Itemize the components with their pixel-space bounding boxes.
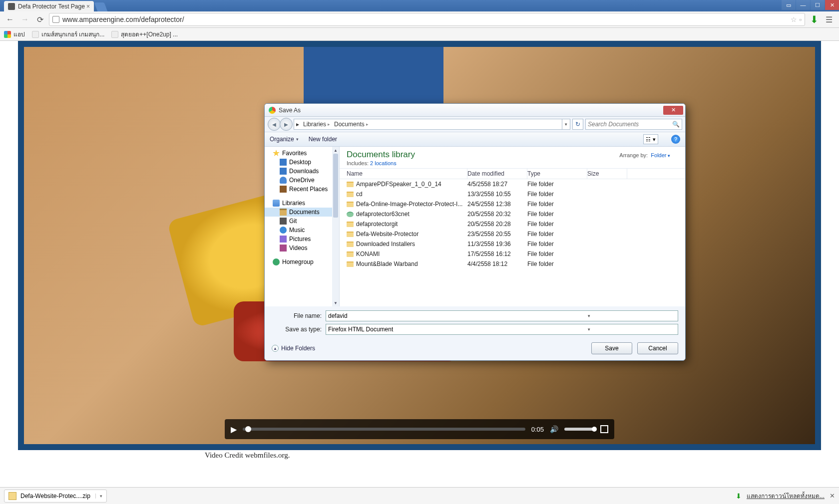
breadcrumb-root[interactable]: ▸ [294, 121, 301, 128]
file-row[interactable]: Defa-Website-Protector23/5/2558 20:55Fil… [340, 229, 685, 239]
tree-music[interactable]: Music [265, 226, 339, 235]
search-input[interactable] [588, 121, 672, 128]
fullscreen-button[interactable] [600, 425, 608, 433]
bookmark-star-icon[interactable]: ☆ [791, 15, 797, 23]
file-list[interactable]: AmparePDFSpeaker_1_0_0_144/5/2558 18:27F… [340, 179, 685, 306]
chevron-down-icon[interactable]: ▾ [502, 313, 676, 318]
address-bar[interactable]: www.ampareengine.com/defaprotector/ ☆ ▫ [49, 13, 805, 26]
tree-downloads[interactable]: Downloads [265, 167, 339, 176]
scrollbar[interactable]: ▲ ▼ [332, 147, 339, 306]
file-row[interactable]: AmparePDFSpeaker_1_0_0_144/5/2558 18:27F… [340, 179, 685, 189]
tree-documents[interactable]: Documents [265, 208, 339, 217]
git-icon [280, 218, 287, 225]
file-date: 23/5/2558 20:55 [467, 231, 527, 238]
window-maximize-button[interactable]: ☐ [811, 0, 825, 10]
folder-icon [347, 202, 354, 207]
download-indicator-icon[interactable]: ⬇ [808, 13, 820, 25]
volume-thumb[interactable] [592, 427, 597, 432]
tab-close-icon[interactable]: × [86, 3, 90, 10]
file-row[interactable]: defaprotector63cnet20/5/2558 20:32File f… [340, 209, 685, 219]
nav-back-button[interactable]: ◄ [268, 118, 281, 131]
bookmark-item[interactable]: สุดยอด++[One2up] ... [111, 29, 178, 39]
recent-icon [280, 186, 287, 193]
dialog-titlebar[interactable]: Save As ✕ [265, 104, 685, 117]
seek-thumb[interactable] [245, 426, 251, 432]
tree-libraries[interactable]: Libraries [265, 199, 339, 208]
file-row[interactable]: Mount&Blade Warband4/4/2558 18:12File fo… [340, 259, 685, 269]
tree-recent[interactable]: Recent Places [265, 185, 339, 194]
volume-icon[interactable]: 🔊 [550, 425, 558, 433]
seek-bar[interactable] [243, 428, 525, 431]
tree-favorites[interactable]: Favorites [265, 149, 339, 158]
chevron-down-icon[interactable]: ▾ [502, 327, 676, 332]
breadcrumb-item[interactable]: Libraries▸ [301, 121, 332, 128]
show-all-downloads-link[interactable]: แสดงการดาวน์โหลดทั้งหมด... [747, 491, 825, 501]
breadcrumb[interactable]: ▸ Libraries▸ Documents▸ ▾ [294, 119, 570, 130]
tree-pictures[interactable]: Pictures [265, 235, 339, 244]
folder-icon [347, 192, 354, 197]
nav-forward-button[interactable]: ► [280, 118, 293, 131]
save-button[interactable]: Save [591, 342, 632, 354]
tree-onedrive[interactable]: OneDrive [265, 176, 339, 185]
new-folder-button[interactable]: New folder [309, 136, 337, 143]
file-name: Defa-Website-Protector [356, 231, 419, 238]
arrange-dropdown[interactable]: Folder [651, 152, 670, 158]
tree-homegroup[interactable]: Homegroup [265, 257, 339, 266]
bookmark-item[interactable]: เกมส์สนุกเกอร์ เกมสนุก... [32, 29, 104, 39]
saveastype-dropdown[interactable]: Firefox HTML Document▾ [326, 324, 678, 335]
column-name[interactable]: Name [340, 169, 467, 179]
device-icon[interactable]: ▫ [799, 15, 802, 23]
play-button[interactable]: ▶ [231, 425, 237, 434]
browser-tab[interactable]: Defa Protector Test Page × [4, 1, 94, 11]
chrome-icon [269, 107, 276, 114]
breadcrumb-dropdown[interactable]: ▾ [562, 119, 570, 129]
dialog-close-button[interactable]: ✕ [663, 106, 683, 115]
file-row[interactable]: Downloaded Installers11/3/2558 19:36File… [340, 239, 685, 249]
file-row[interactable]: Defa-Online-Image-Protector-Protect-I...… [340, 199, 685, 209]
chevron-down-icon[interactable]: ▾ [95, 494, 102, 499]
column-size[interactable]: Size [587, 169, 627, 179]
column-date[interactable]: Date modified [467, 169, 527, 179]
tree-git[interactable]: Git [265, 217, 339, 226]
view-options-button[interactable]: ☷ ▾ [643, 134, 658, 144]
libraries-icon [273, 200, 280, 207]
file-row[interactable]: cd13/3/2558 10:55File folder [340, 189, 685, 199]
scroll-down-icon[interactable]: ▼ [332, 299, 339, 306]
back-button[interactable]: ← [4, 13, 16, 25]
search-box[interactable]: 🔍 [585, 119, 682, 130]
browser-tabstrip: Defa Protector Test Page × ▭ — ☐ ✕ [0, 0, 839, 11]
volume-bar[interactable] [564, 428, 594, 431]
menu-button[interactable]: ☰ [823, 13, 835, 25]
video-scene-object [304, 42, 443, 107]
tree-videos[interactable]: Videos [265, 244, 339, 252]
cancel-button[interactable]: Cancel [637, 342, 678, 354]
hide-folders-toggle[interactable]: ▲Hide Folders [272, 345, 315, 352]
filename-input[interactable]: defavid▾ [326, 310, 678, 321]
library-subtitle: Includes: 2 locations [347, 160, 678, 166]
help-button[interactable]: ? [671, 135, 680, 144]
breadcrumb-item[interactable]: Documents▸ [332, 121, 371, 128]
forward-button[interactable]: → [19, 13, 31, 25]
window-close-button[interactable]: ✕ [825, 0, 839, 10]
file-row[interactable]: KONAMI17/5/2558 16:12File folder [340, 249, 685, 259]
organize-button[interactable]: Organize [270, 136, 299, 143]
apps-shortcut[interactable]: แอป [4, 29, 25, 39]
download-item[interactable]: Defa-Website-Protec....zip ▾ [4, 490, 107, 503]
site-info-icon[interactable] [52, 16, 59, 23]
nav-refresh-button[interactable]: ↻ [572, 119, 583, 130]
search-icon[interactable]: 🔍 [672, 121, 680, 128]
file-row[interactable]: defaprotectorgit20/5/2558 20:28File fold… [340, 219, 685, 229]
new-tab-button[interactable] [94, 2, 108, 11]
locations-link[interactable]: 2 locations [370, 160, 397, 166]
window-multidesktop-button[interactable]: ▭ [782, 0, 796, 10]
column-type[interactable]: Type [527, 169, 587, 179]
scroll-up-icon[interactable]: ▲ [332, 147, 339, 154]
tree-desktop[interactable]: Desktop [265, 158, 339, 167]
downloads-icon [280, 168, 287, 175]
desktop-icon [280, 159, 287, 166]
window-minimize-button[interactable]: — [796, 0, 810, 10]
folder-tree[interactable]: ▲ ▼ Favorites Desktop Downloads OneDrive… [265, 147, 340, 306]
close-downloadbar-button[interactable]: ✕ [830, 492, 835, 500]
window-controls: ▭ — ☐ ✕ [781, 0, 839, 10]
reload-button[interactable]: ⟳ [34, 13, 46, 25]
